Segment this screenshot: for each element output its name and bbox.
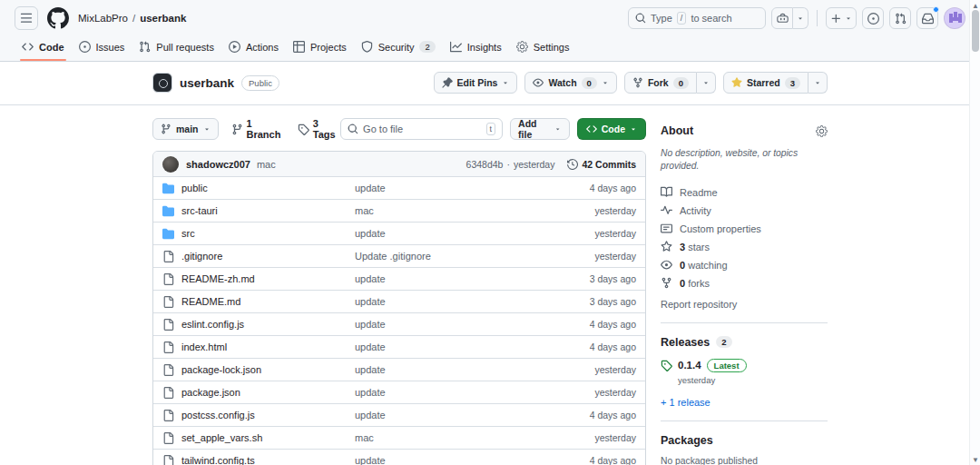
file-row[interactable]: package-lock.json update yesterday (153, 358, 645, 381)
tab-actions[interactable]: Actions (221, 35, 286, 61)
code-icon (22, 41, 34, 53)
repo-sidebar: About No description, website, or topics… (661, 105, 828, 465)
about-item[interactable]: Readme (661, 183, 828, 202)
file-commit-message[interactable]: update (355, 455, 536, 465)
play-icon (229, 41, 240, 53)
file-row[interactable]: index.html update 4 days ago (153, 335, 645, 358)
tab-settings[interactable]: Settings (509, 35, 577, 61)
pull-requests-header-button[interactable] (889, 7, 911, 29)
commit-history-link[interactable]: 42 Commits (567, 159, 636, 170)
file-commit-message[interactable]: update (355, 364, 536, 375)
tab-pull-requests[interactable]: Pull requests (132, 35, 221, 61)
window-scrollbar[interactable]: ▲ ▼ (969, 0, 980, 465)
breadcrumb-owner[interactable]: MixLabPro (78, 13, 128, 24)
about-item[interactable]: 0 forks (661, 274, 828, 292)
fork-button-group: Fork 0 (624, 72, 716, 94)
release-version: 0.1.4 (678, 360, 701, 371)
about-item[interactable]: 3 stars (661, 238, 828, 256)
releases-title[interactable]: Releases (661, 336, 710, 349)
code-button[interactable]: Code (577, 118, 646, 140)
github-logo-icon[interactable] (47, 7, 69, 29)
file-row[interactable]: public update 4 days ago (153, 176, 645, 199)
more-releases-link[interactable]: + 1 release (661, 397, 828, 408)
file-row[interactable]: postcss.config.js update 4 days ago (153, 403, 645, 426)
global-search-input[interactable]: Type / to search (628, 7, 766, 29)
commit-hash[interactable]: 6348d4b (466, 159, 504, 170)
file-commit-message[interactable]: mac (355, 432, 536, 443)
copilot-dropdown-button[interactable] (793, 7, 808, 29)
commit-author-avatar[interactable] (162, 156, 179, 173)
file-row[interactable]: set_apple_vars.sh mac yesterday (153, 426, 645, 449)
packages-title[interactable]: Packages (661, 434, 713, 447)
star-count: 3 (785, 77, 800, 89)
about-title: About (661, 124, 693, 137)
create-new-button[interactable] (826, 7, 857, 29)
file-commit-message[interactable]: update (355, 228, 536, 239)
fork-dropdown-button[interactable] (697, 72, 716, 94)
about-item[interactable]: Activity (661, 202, 828, 220)
file-commit-message[interactable]: Update .gitignore (355, 251, 536, 262)
starred-button[interactable]: Starred 3 (723, 72, 808, 94)
file-commit-message[interactable]: update (355, 341, 536, 352)
git-branch-icon (231, 124, 243, 135)
tab-insights[interactable]: Insights (443, 35, 509, 61)
file-commit-date: yesterday (536, 432, 636, 443)
about-item[interactable]: Custom properties (661, 220, 828, 238)
hamburger-menu-button[interactable] (15, 6, 38, 30)
watch-button[interactable]: Watch 0 (524, 72, 616, 94)
file-row[interactable]: README.md update 3 days ago (153, 290, 645, 312)
eye-icon (533, 77, 544, 88)
tags-link[interactable]: 3 Tags (298, 118, 340, 140)
chevron-down-icon (845, 15, 852, 22)
commit-message[interactable]: mac (257, 159, 276, 170)
tab-security[interactable]: Security2 (354, 35, 443, 61)
file-row[interactable]: src-tauri mac yesterday (153, 199, 645, 222)
file-row[interactable]: package.json update yesterday (153, 381, 645, 403)
add-file-button[interactable]: Add file (510, 118, 570, 140)
tab-projects[interactable]: Projects (286, 35, 354, 61)
repo-title[interactable]: userbank (180, 76, 234, 90)
star-dropdown-button[interactable] (808, 72, 828, 94)
about-item[interactable]: 0 watching (661, 256, 828, 274)
file-row[interactable]: eslint.config.js update 4 days ago (153, 312, 645, 335)
edit-pins-button[interactable]: Edit Pins (434, 72, 518, 94)
t-keycap: t (486, 123, 496, 135)
file-commit-message[interactable]: mac (355, 205, 536, 216)
fork-button[interactable]: Fork 0 (624, 72, 697, 94)
report-repository-link[interactable]: Report repository (661, 299, 828, 310)
file-commit-message[interactable]: update (355, 183, 536, 193)
scrollbar-thumb[interactable] (972, 10, 979, 52)
file-icon (162, 364, 174, 376)
release-time: yesterday (678, 375, 828, 385)
unread-notification-dot (933, 6, 939, 13)
tab-code[interactable]: Code (15, 35, 72, 61)
plus-icon (830, 13, 842, 25)
go-to-file-input[interactable]: Go to file t (340, 118, 503, 140)
issues-header-button[interactable] (862, 7, 884, 29)
latest-release-link[interactable]: 0.1.4 Latest (661, 359, 828, 372)
tab-issues[interactable]: Issues (72, 35, 132, 61)
file-commit-message[interactable]: update (355, 296, 536, 307)
file-icon (162, 387, 174, 399)
star-button-group: Starred 3 (723, 72, 828, 94)
file-row[interactable]: .gitignore Update .gitignore yesterday (153, 244, 645, 267)
breadcrumb-repo[interactable]: userbank (140, 13, 186, 24)
branches-link[interactable]: 1 Branch (231, 118, 285, 140)
branch-selector-button[interactable]: main (152, 118, 219, 140)
file-commit-message[interactable]: update (355, 273, 536, 284)
file-commit-message[interactable]: update (355, 410, 536, 420)
user-avatar[interactable] (944, 7, 965, 29)
file-row[interactable]: README-zh.md update 3 days ago (153, 267, 645, 290)
file-row[interactable]: src update yesterday (153, 222, 645, 244)
about-settings-gear-icon[interactable] (816, 125, 828, 137)
notifications-button[interactable] (916, 7, 938, 29)
commit-author[interactable]: shadowcz007 (186, 159, 250, 170)
file-row[interactable]: tailwind.config.ts update 4 days ago (153, 449, 645, 465)
file-commit-message[interactable]: update (355, 387, 536, 398)
scrollbar-down-arrow[interactable]: ▼ (970, 454, 980, 465)
file-commit-date: yesterday (536, 387, 636, 398)
repo-header: userbank Public Edit Pins Watch 0 Fork 0 (0, 62, 980, 105)
book-icon (661, 186, 672, 198)
copilot-button[interactable] (771, 7, 793, 29)
file-commit-message[interactable]: update (355, 319, 536, 330)
